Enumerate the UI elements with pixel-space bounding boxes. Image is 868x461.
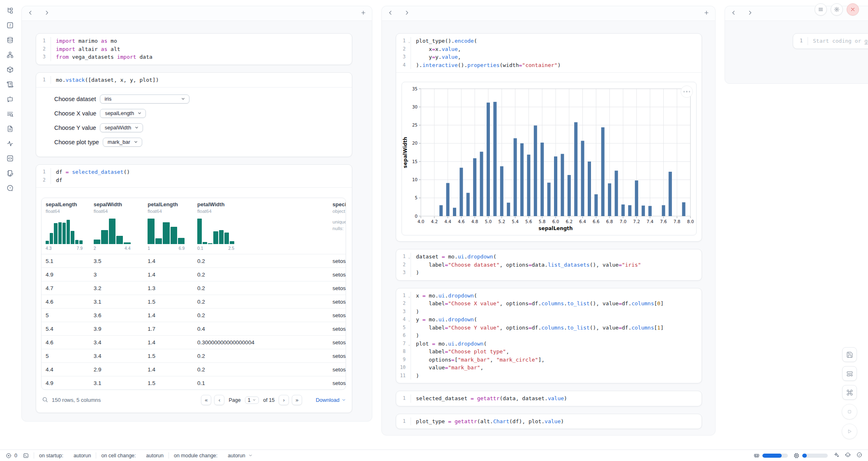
code-editor[interactable]: 1⌄dataset = mo.ui.dropdown(2 label="Choo… <box>396 249 702 280</box>
activity-icon[interactable] <box>5 138 15 149</box>
next-page-button[interactable]: › <box>279 395 289 405</box>
code-editor[interactable]: 1plot_type = getattr(alt.Chart(df), plot… <box>396 414 702 429</box>
column-histogram[interactable] <box>46 219 83 244</box>
first-page-button[interactable]: « <box>201 395 211 405</box>
code-editor[interactable]: 1df = selected_dataset()2df <box>36 165 352 187</box>
status-check-button[interactable] <box>856 452 862 459</box>
table-row[interactable]: 5.43.91.70.4setosa <box>42 322 346 335</box>
table-row[interactable]: 5.13.51.40.2setosa <box>42 254 346 267</box>
layout-button[interactable] <box>842 366 857 381</box>
dropdown-select[interactable]: iris <box>100 95 189 104</box>
code-line[interactable]: 2df <box>36 176 352 184</box>
table-column-header[interactable]: petalWidthfloat640.12.5 <box>193 201 328 254</box>
code-line[interactable]: 3 y=y.value, <box>396 53 702 61</box>
code-line[interactable]: 1⌄dataset = mo.ui.dropdown( <box>396 253 702 261</box>
editor-placeholder[interactable]: Start coding or generate with AI <box>808 37 868 45</box>
code-line[interactable]: 6) <box>396 332 702 340</box>
column-histogram[interactable] <box>94 219 131 244</box>
database-icon[interactable] <box>5 35 15 45</box>
cell-dataset-dropdown[interactable]: 1⌄dataset = mo.ui.dropdown(2 label="Choo… <box>396 249 702 281</box>
table-column-header[interactable]: sepalWidthfloat6424.4 <box>90 201 144 254</box>
table-row[interactable]: 4.63.11.50.2setosa <box>42 295 346 308</box>
close-button[interactable] <box>847 3 859 16</box>
code-line[interactable]: 3from vega_datasets import data <box>36 53 352 61</box>
code-line[interactable]: 1⌄x = mo.ui.dropdown( <box>396 292 702 300</box>
run-all-button[interactable] <box>842 424 857 439</box>
download-button[interactable]: Download <box>316 397 346 403</box>
on-cell-change-setting[interactable]: on cell change: autorun <box>101 453 164 459</box>
code-line[interactable]: 2 label="Choose dataset", options=data.l… <box>396 261 702 269</box>
menu-button[interactable] <box>815 3 827 16</box>
code-line[interactable]: 1⌄plot_type().encode( <box>396 37 702 45</box>
settings-button[interactable] <box>831 3 843 16</box>
generate-link[interactable]: generate <box>864 38 868 44</box>
last-page-button[interactable]: » <box>292 395 302 405</box>
function-square-icon[interactable]: f <box>5 20 15 30</box>
code-line[interactable]: 9 options=["mark_bar", "mark_circle"], <box>396 356 702 364</box>
code-line[interactable]: 1df = selected_dataset() <box>36 168 352 176</box>
code-line[interactable]: 1selected_dataset = getattr(data, datase… <box>396 394 702 403</box>
add-cell-button[interactable] <box>360 10 366 17</box>
code-line[interactable]: 11) <box>396 372 702 380</box>
code-line[interactable]: 7⌄plot = mo.ui.dropdown( <box>396 340 702 348</box>
network-icon[interactable] <box>5 49 15 60</box>
ai-sparkles-button[interactable] <box>833 452 839 459</box>
cell-plot-type[interactable]: 1plot_type = getattr(alt.Chart(df), plot… <box>396 414 702 429</box>
cell-chart[interactable]: 1⌄plot_type().encode(2 x=x.value,3 y=y.v… <box>396 33 702 242</box>
file-text-icon[interactable] <box>5 123 15 134</box>
dropdown-select[interactable]: sepalLength <box>100 109 146 118</box>
code-line[interactable]: 1import marimo as mo <box>36 37 352 45</box>
table-row[interactable]: 4.93.11.50.1setosa <box>42 376 346 390</box>
chart-svg[interactable]: 4.04.24.44.64.85.05.25.45.65.86.06.26.46… <box>402 82 696 235</box>
stop-button[interactable] <box>842 404 857 420</box>
prev-page-button[interactable]: ‹ <box>214 395 224 405</box>
cell-empty-scratch[interactable]: 1 Start coding or generate with AI <box>793 33 868 49</box>
table-row[interactable]: 53.41.50.2setosa <box>42 349 346 362</box>
dropdown-select[interactable]: mark_bar <box>103 138 142 147</box>
terminal-button[interactable] <box>23 453 29 459</box>
dropdown-select[interactable]: sepalWidth <box>100 123 143 132</box>
table-row[interactable]: 4.73.21.30.2setosa <box>42 281 346 295</box>
code-line[interactable]: 4).interactive().properties(width="conta… <box>396 61 702 69</box>
table-column-header[interactable]: speciesobjectunique:nulls: <box>328 201 346 254</box>
column-next-button[interactable] <box>747 10 753 17</box>
code-line[interactable]: 5 label="Choose Y value", options=df.col… <box>396 324 702 332</box>
code-line[interactable]: 4⌄y = mo.ui.dropdown( <box>396 316 702 324</box>
cell-vstack[interactable]: 1mo.vstack([dataset, x, y, plot]) Choose… <box>36 72 352 157</box>
code-line[interactable]: 1mo.vstack([dataset, x, y, plot]) <box>36 76 352 84</box>
code-line[interactable]: 8 label="Choose plot type", <box>396 348 702 356</box>
code-editor[interactable]: 1selected_dataset = getattr(data, datase… <box>396 391 702 406</box>
code-line[interactable]: 3) <box>396 308 702 316</box>
column-prev-button[interactable] <box>28 10 33 17</box>
code-line[interactable]: 2 x=x.value, <box>396 45 702 53</box>
scroll-text-icon[interactable] <box>5 79 15 90</box>
table-row[interactable]: 4.63.41.40.30000000000000004setosa <box>42 335 346 349</box>
column-histogram[interactable] <box>197 219 234 244</box>
cell-imports[interactable]: 1import marimo as mo2import altair as al… <box>36 33 352 65</box>
table-column-header[interactable]: sepalLengthfloat644.37.9 <box>42 201 90 254</box>
add-cell-button[interactable] <box>704 10 709 17</box>
table-column-header[interactable]: petalLengthfloat6416.9 <box>143 201 193 254</box>
code-editor[interactable]: 1⌄x = mo.ui.dropdown(2 label="Choose X v… <box>396 288 702 383</box>
on-module-change-setting[interactable]: on module change: autorun <box>174 453 253 459</box>
text-search-icon[interactable] <box>5 108 15 119</box>
page-select[interactable]: 1 <box>245 396 259 404</box>
table-row[interactable]: 53.61.40.2setosa <box>42 308 346 322</box>
code-line[interactable]: 10 value="mark_bar", <box>396 364 702 372</box>
table-row[interactable]: 4.931.40.2setosa <box>42 267 346 281</box>
table-row[interactable]: 4.42.91.40.2setosa <box>42 362 346 376</box>
chart-menu-button[interactable] <box>681 85 693 98</box>
help-circle-icon[interactable]: ? <box>5 182 15 193</box>
assistant-button[interactable] <box>845 452 851 459</box>
column-histogram[interactable] <box>148 219 185 244</box>
notebook-pen-icon[interactable] <box>5 168 15 178</box>
code-line[interactable]: 3) <box>396 269 702 277</box>
code-editor[interactable]: 1⌄plot_type().encode(2 x=x.value,3 y=y.v… <box>396 34 702 72</box>
package-icon[interactable] <box>5 64 15 75</box>
code-square-icon[interactable] <box>5 153 15 164</box>
cell-selected-dataset[interactable]: 1selected_dataset = getattr(data, datase… <box>396 391 702 406</box>
file-tree-icon[interactable] <box>5 5 15 16</box>
altair-chart[interactable]: 4.04.24.44.64.85.05.25.45.65.86.06.26.46… <box>402 82 697 235</box>
save-button[interactable] <box>842 347 857 362</box>
code-line[interactable]: 2 label="Choose X value", options=df.col… <box>396 300 702 308</box>
